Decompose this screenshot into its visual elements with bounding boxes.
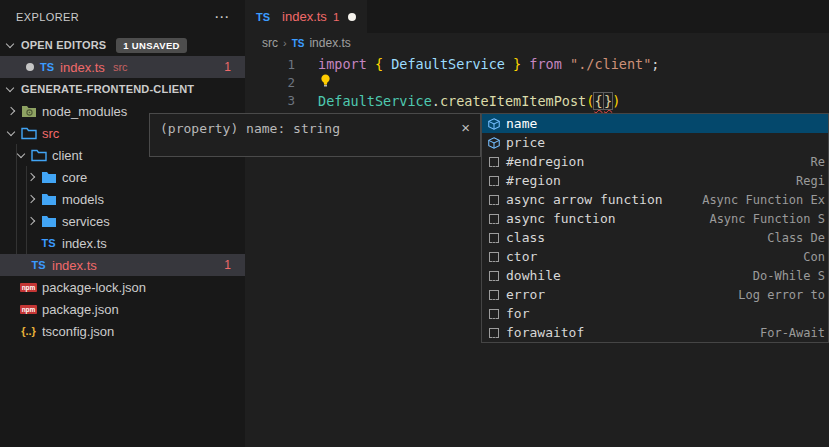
chevron-down-icon[interactable] (17, 150, 25, 158)
explorer-sidebar: EXPLORER ⋯ OPEN EDITORS 1 UNSAVED TS ind… (0, 0, 245, 447)
code-token: } (604, 93, 612, 109)
hover-tooltip-text: (property) name: string (160, 121, 340, 136)
suggest-item-detail: Log error to (738, 288, 828, 302)
suggest-item-name[interactable]: name (482, 114, 828, 133)
code-line-3: 3DefaultService.createItemItemPost({}) (245, 92, 829, 110)
suggest-item-dowhile[interactable]: dowhileDo-While S (482, 266, 828, 285)
tree-item-label: index.ts (52, 258, 97, 273)
breadcrumb: src › TS index.ts (245, 33, 829, 53)
vscode-window: EXPLORER ⋯ OPEN EDITORS 1 UNSAVED TS ind… (0, 0, 829, 447)
suggest-item-forawaitof[interactable]: forawaitofFor-Await (482, 323, 828, 342)
project-name: GENERATE-FRONTEND-CLIENT (21, 83, 194, 95)
explorer-title: EXPLORER (16, 11, 79, 23)
suggest-item-label: name (506, 116, 537, 131)
suggest-item-detail: Class De (767, 231, 828, 245)
code-line-text: import { DefaultService } from "./client… (318, 56, 659, 72)
snippet-icon (485, 192, 503, 208)
suggest-item-label: error (506, 287, 545, 302)
open-editor-description: src (113, 61, 128, 73)
suggest-item-#region[interactable]: #regionRegi (482, 171, 828, 190)
code-token: DefaultService (391, 56, 505, 72)
suggest-item-detail: Re (811, 155, 828, 169)
suggest-item-detail: Async Function Ex (702, 193, 828, 207)
tree-item-label: core (62, 170, 87, 185)
breadcrumb-file[interactable]: index.ts (309, 36, 350, 50)
tree-item-tsconfig.json[interactable]: {..}tsconfig.json (0, 320, 245, 342)
code-token: ) (612, 93, 620, 109)
open-editors-header[interactable]: OPEN EDITORS 1 UNSAVED (0, 34, 245, 56)
line-number[interactable]: 2 (245, 75, 295, 90)
tree-item-core[interactable]: core (0, 166, 245, 188)
chevron-right-icon[interactable] (7, 107, 15, 115)
snippet-icon (485, 211, 503, 227)
folder-icon (40, 170, 57, 185)
code-line-1: 1import { DefaultService } from "./clien… (245, 55, 829, 73)
typescript-file-icon: TS (292, 38, 305, 49)
code-token: { (594, 93, 602, 109)
tab-filename: index.ts (282, 9, 327, 24)
snippet-icon (485, 287, 503, 303)
suggest-item-label: #endregion (506, 154, 584, 169)
ts-icon: TS (40, 236, 57, 251)
code-line-2: 2 (245, 73, 829, 91)
tree-item-label: src (42, 126, 59, 141)
suggest-item-label: ctor (506, 249, 537, 264)
typescript-file-icon: TS (256, 11, 270, 23)
folder-open-icon (20, 126, 37, 141)
lightbulb-icon[interactable] (318, 73, 333, 88)
chevron-right-icon[interactable] (27, 173, 35, 181)
tree-item-services[interactable]: services (0, 210, 245, 232)
suggest-item-label: dowhile (506, 268, 561, 283)
line-number[interactable]: 3 (245, 93, 295, 108)
close-icon[interactable]: × (461, 119, 470, 136)
open-editor-item[interactable]: TS index.ts src 1 (0, 56, 245, 78)
code-token: from (529, 56, 570, 72)
modified-dot-icon (26, 63, 34, 71)
explorer-titlebar: EXPLORER ⋯ (0, 0, 245, 34)
code-token: import (318, 56, 375, 72)
tree-item-package.json[interactable]: npmpackage.json (0, 298, 245, 320)
modified-dot-icon[interactable] (348, 13, 356, 21)
code-line-text: DefaultService.createItemItemPost({}) (318, 93, 620, 109)
more-actions-icon[interactable]: ⋯ (208, 8, 235, 26)
folder-icon (40, 192, 57, 207)
tree-item-package-lock.json[interactable]: npmpackage-lock.json (0, 276, 245, 298)
code-line-text (318, 73, 333, 91)
npm-icon: npm (20, 280, 37, 295)
suggest-item-async-arrow-function[interactable]: async arrow functionAsync Function Ex (482, 190, 828, 209)
suggest-item-price[interactable]: price (482, 133, 828, 152)
tree-item-index.ts[interactable]: TSindex.ts (0, 232, 245, 254)
code-editor[interactable]: 1import { DefaultService } from "./clien… (245, 53, 829, 110)
tree-item-index.ts[interactable]: TSindex.ts1 (0, 254, 245, 276)
suggest-item-async-function[interactable]: async functionAsync Function S (482, 209, 828, 228)
suggest-item-error[interactable]: errorLog error to (482, 285, 828, 304)
suggest-item-label: for (506, 306, 529, 321)
suggest-item-ctor[interactable]: ctorCon (482, 247, 828, 266)
code-token: createItemItemPost (440, 93, 586, 109)
suggest-item-class[interactable]: classClass De (482, 228, 828, 247)
line-number[interactable]: 1 (245, 57, 295, 72)
tree-item-label: models (62, 192, 104, 207)
tab-bar: TS index.ts 1 (245, 0, 829, 33)
chevron-right-icon[interactable] (27, 195, 35, 203)
suggest-item-for[interactable]: for (482, 304, 828, 323)
suggest-item-label: class (506, 230, 545, 245)
tab-index-ts[interactable]: TS index.ts 1 (245, 0, 367, 33)
suggest-item-detail: For-Await (760, 326, 828, 340)
suggest-item-label: async arrow function (506, 192, 663, 207)
snippet-icon (485, 249, 503, 265)
tree-item-models[interactable]: models (0, 188, 245, 210)
chevron-down-icon[interactable] (7, 128, 15, 136)
ts-icon: TS (30, 258, 47, 273)
breadcrumb-folder[interactable]: src (262, 36, 278, 50)
chevron-right-icon[interactable] (27, 217, 35, 225)
tree-item-label: services (62, 214, 110, 229)
chevron-down-icon (6, 40, 14, 48)
project-section-header[interactable]: GENERATE-FRONTEND-CLIENT (0, 78, 245, 100)
code-token: DefaultService (318, 93, 432, 109)
typescript-file-icon: TS (40, 61, 54, 73)
suggest-item-#endregion[interactable]: #endregionRe (482, 152, 828, 171)
suggest-item-detail: Async Function S (709, 212, 828, 226)
tab-problem-count: 1 (333, 11, 339, 23)
code-token: } (505, 56, 529, 72)
